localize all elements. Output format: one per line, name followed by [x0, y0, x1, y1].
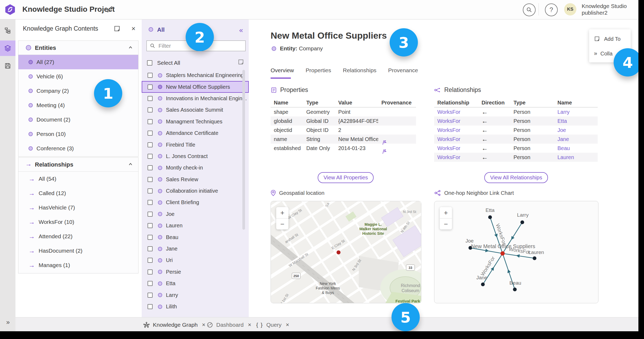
close-tab-icon[interactable]: × — [248, 321, 251, 328]
view-all-properties-button[interactable]: View All Properties — [318, 172, 374, 183]
item-checkbox[interactable] — [148, 142, 153, 147]
entities-header[interactable]: Entities — [18, 41, 138, 55]
item-checkbox[interactable] — [148, 188, 153, 193]
item-checkbox[interactable] — [148, 165, 153, 170]
tab-provenance[interactable]: Provenance — [388, 67, 418, 74]
entity-type-item[interactable]: Vehicle (6) — [18, 69, 138, 84]
related-entity-link[interactable]: Jane — [554, 136, 598, 142]
entity-instance-item[interactable]: Uri — [142, 255, 249, 266]
relationship-type-item[interactable]: → Manages (1) — [18, 258, 138, 272]
entity-instance-item[interactable]: Innovations in Mechanical Engin... — [142, 93, 249, 104]
save-rail-button[interactable] — [0, 58, 15, 74]
center-entity-node[interactable] — [500, 251, 505, 256]
entity-instance-item[interactable]: Joe — [142, 208, 249, 220]
edit-title-icon[interactable] — [106, 5, 114, 13]
item-checkbox[interactable] — [148, 235, 153, 240]
one-hop-link-chart[interactable]: + − WorksForEttaLarryJoeWorksForLaurenWo… — [434, 201, 598, 303]
item-checkbox[interactable] — [148, 293, 153, 298]
item-checkbox[interactable] — [148, 96, 153, 101]
relationship-type-item[interactable]: → Attended (22) — [18, 229, 138, 244]
zoom-in-button[interactable]: + — [276, 207, 288, 219]
entity-instance-item[interactable]: Firebird Title — [142, 139, 249, 150]
view-tab-query[interactable]: { } Query × — [256, 317, 289, 332]
entity-instance-item[interactable]: Persie — [142, 266, 249, 278]
related-entity-link[interactable]: Larry — [554, 109, 598, 115]
item-checkbox[interactable] — [148, 200, 153, 205]
entity-instance-item[interactable]: Sales Review — [142, 174, 249, 185]
relationship-link[interactable]: WorksFor — [434, 145, 478, 151]
relationship-row[interactable]: WorksFor ← Person Larry — [434, 107, 598, 116]
item-checkbox[interactable] — [148, 119, 153, 124]
neighbor-node[interactable] — [513, 288, 517, 291]
avatar[interactable]: KS — [564, 3, 576, 15]
relationship-link[interactable]: WorksFor — [434, 118, 478, 124]
select-all-row[interactable]: Select All — [147, 58, 243, 68]
item-checkbox[interactable] — [148, 73, 153, 78]
tab-properties[interactable]: Properties — [306, 67, 331, 74]
entity-instance-item[interactable]: Sales Associate Summit — [142, 104, 249, 116]
relationship-type-item[interactable]: → All (54) — [18, 172, 138, 186]
entity-instance-item[interactable]: Larry — [142, 289, 249, 301]
close-tab-icon[interactable]: × — [202, 321, 205, 328]
related-entity-link[interactable]: Etta — [554, 118, 598, 124]
item-checkbox[interactable] — [148, 177, 153, 182]
collapse-panel-icon[interactable]: « — [239, 26, 243, 34]
close-panel-icon[interactable]: × — [129, 25, 137, 33]
schema-rail-button[interactable] — [0, 23, 15, 38]
neighbor-node[interactable] — [481, 282, 485, 286]
entity-instance-item[interactable]: Etta — [142, 278, 249, 289]
relationship-type-item[interactable]: → Called (12) — [18, 186, 138, 200]
entity-instance-item[interactable]: Attendance Certificate — [142, 127, 249, 139]
relationship-row[interactable]: WorksFor ← Person Jane — [434, 135, 598, 144]
add-to-map-icon[interactable] — [113, 25, 121, 33]
view-tab-dashboard[interactable]: Dashboard × — [207, 317, 251, 332]
item-checkbox[interactable] — [148, 223, 153, 228]
contents-rail-button[interactable] — [0, 41, 15, 56]
entity-instance-item[interactable]: Lauren — [142, 220, 249, 231]
relationship-link[interactable]: WorksFor — [434, 136, 478, 142]
item-checkbox[interactable] — [148, 107, 153, 112]
select-all-checkbox[interactable] — [147, 60, 152, 66]
view-all-relationships-button[interactable]: View All Relationships — [484, 172, 548, 183]
related-entity-link[interactable]: Lauren — [554, 154, 598, 160]
relationship-link[interactable]: WorksFor — [434, 109, 478, 115]
entity-instance-item[interactable]: Beau — [142, 231, 249, 243]
add-to-action[interactable]: Add To — [594, 36, 621, 42]
entity-instance-item[interactable]: Client Briefing — [142, 197, 249, 208]
relationship-row[interactable]: WorksFor ← Person Beau — [434, 144, 598, 153]
related-entity-link[interactable]: Joe — [554, 127, 598, 133]
property-row[interactable]: shape Geometry Point — [271, 107, 416, 116]
relationship-row[interactable]: WorksFor ← Person Etta — [434, 116, 598, 126]
item-checkbox[interactable] — [148, 131, 153, 136]
item-checkbox[interactable] — [148, 258, 153, 263]
entity-instance-item[interactable]: Managment Techniques — [142, 116, 249, 127]
entity-instance-item[interactable]: Montly check-in — [142, 162, 249, 173]
item-checkbox[interactable] — [148, 84, 153, 90]
entity-type-item[interactable]: Conference (3) — [18, 141, 138, 156]
entity-instance-item[interactable]: Staplers Mechanical Engineering — [142, 70, 249, 81]
property-row[interactable]: established Date Only 2014-01-23 — [271, 144, 416, 153]
property-row[interactable]: globalid Global ID {A228944F-0EF5-... — [271, 116, 416, 126]
relationship-row[interactable]: WorksFor ← Person Joe — [434, 126, 598, 135]
item-checkbox[interactable] — [148, 281, 153, 286]
entity-instance-item[interactable]: L. Jones Contract — [142, 151, 249, 162]
search-button[interactable] — [523, 3, 536, 16]
list-scrollbar[interactable] — [242, 70, 245, 230]
zoom-out-button[interactable]: − — [276, 219, 288, 229]
provenance-flag-icon[interactable] — [381, 148, 416, 154]
entity-instance-item[interactable]: Jane — [142, 243, 249, 255]
neighbor-node[interactable] — [488, 215, 492, 219]
item-checkbox[interactable] — [148, 269, 153, 275]
help-button[interactable]: ? — [545, 3, 558, 16]
entity-instance-item[interactable]: New Metal Office Suppliers — [142, 81, 249, 92]
chevron-up-icon[interactable] — [129, 46, 132, 50]
entity-type-item[interactable]: Document (2) — [18, 112, 138, 127]
relationship-type-item[interactable]: → HasDocument (2) — [18, 244, 138, 258]
item-checkbox[interactable] — [148, 304, 153, 309]
view-tab-knowledge-graph[interactable]: Knowledge Graph × — [143, 317, 205, 332]
geospatial-map[interactable]: + − — [271, 201, 421, 303]
relationship-row[interactable]: WorksFor ← Person Lauren — [434, 153, 598, 162]
zoom-out-button[interactable]: − — [440, 219, 452, 229]
zoom-in-button[interactable]: + — [440, 207, 452, 219]
relationship-link[interactable]: WorksFor — [434, 127, 478, 133]
